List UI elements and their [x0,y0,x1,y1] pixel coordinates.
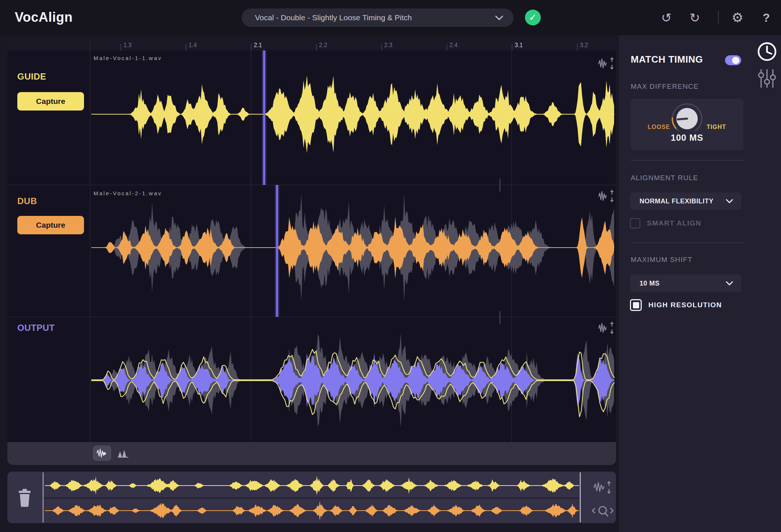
max-difference-label: MAX DIFFERENCE [631,83,699,91]
help-icon[interactable]: ? [757,9,775,27]
guide-vzoom-icon[interactable] [598,56,614,71]
dub-track-label: DUB [17,196,37,206]
dub-vzoom-icon[interactable] [598,189,614,203]
alignment-rule-value: NORMAL FLEXIBILITY [640,197,726,205]
maximum-shift-value: 10 MS [640,280,726,287]
chevron-down-icon [495,15,503,20]
dub-sync-marker[interactable] [276,185,278,317]
dub-capture-button[interactable]: Capture [17,216,84,234]
sidebar-divider [631,160,743,161]
output-track-label: OUTPUT [17,323,55,333]
overview-dub-waveform[interactable] [45,501,579,521]
gear-icon[interactable]: ⚙ [729,9,746,27]
checkbox-box [630,299,642,311]
guide-file-name: Male-Vocal-1-1.wav [94,55,162,61]
max-difference-knob[interactable] [631,99,743,150]
trash-icon[interactable] [16,489,33,507]
guide-track-label: GUIDE [17,71,46,82]
checkbox-box [630,218,640,228]
alignment-rule-label: ALIGNMENT RULE [631,174,698,182]
green-check-icon[interactable]: ✓ [525,10,541,25]
guide-capture-button[interactable]: Capture [17,92,84,111]
header-divider [718,11,719,24]
overview-waveforms[interactable] [7,472,616,523]
sidebar-divider [631,242,743,243]
maximum-shift-label: MAXIMUM SHIFT [631,256,693,264]
toggle-knob [732,57,739,64]
sliders-icon[interactable] [757,68,777,89]
overview-guide-waveform[interactable] [45,476,579,495]
undo-icon[interactable]: ↺ [658,9,675,27]
smart-align-label: SMART ALIGN [647,219,701,227]
high-resolution-checkbox[interactable]: HIGH RESOLUTION [630,299,722,311]
chevron-down-icon [726,199,733,203]
chevron-down-icon [726,281,733,286]
preset-dropdown-value: Vocal - Double - Slightly Loose Timing &… [255,13,495,22]
guide-waveform[interactable] [91,75,614,153]
checkbox-checked-mark [633,302,639,308]
overview-hzoom-icon[interactable] [591,504,614,519]
dub-file-name: Male-Vocal-2-1.wav [94,190,162,196]
match-timing-toggle[interactable] [725,55,741,65]
high-resolution-label: HIGH RESOLUTION [648,301,722,309]
maximum-shift-dropdown[interactable]: 10 MS [630,274,741,292]
output-vzoom-icon[interactable] [598,321,614,335]
waveform-display[interactable] [7,41,616,465]
clock-icon[interactable] [756,41,778,63]
vocalign-window: VocAlign Vocal - Double - Slightly Loose… [0,0,781,532]
match-timing-title: MATCH TIMING [631,54,703,65]
app-logo: VocAlign [15,10,73,25]
guide-sync-marker[interactable] [263,50,265,185]
alignment-rule-dropdown[interactable]: NORMAL FLEXIBILITY [630,192,741,210]
header-bar: VocAlign Vocal - Double - Slightly Loose… [0,0,781,35]
preset-dropdown[interactable]: Vocal - Double - Slightly Loose Timing &… [242,8,514,27]
overview-vzoom-icon[interactable] [592,480,614,495]
smart-align-checkbox[interactable]: SMART ALIGN [630,218,701,228]
redo-icon[interactable]: ↻ [686,9,704,27]
